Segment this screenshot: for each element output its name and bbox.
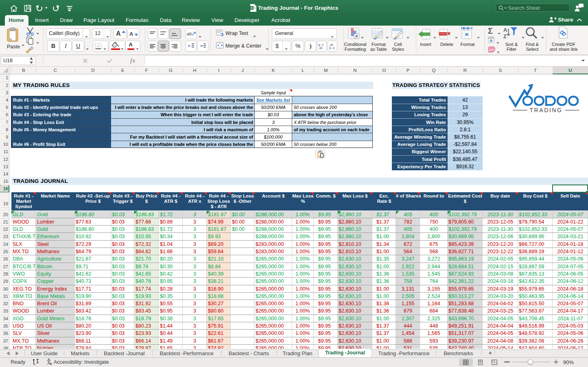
svg-text:.0: .0 <box>332 47 334 50</box>
svg-text:.00: .00 <box>319 47 323 50</box>
svg-text:.0: .0 <box>321 43 324 46</box>
svg-text:TRADING: TRADING <box>529 107 562 113</box>
svg-text:X: X <box>251 6 253 10</box>
svg-text:A: A <box>503 27 507 33</box>
svg-text:Z: Z <box>503 33 507 39</box>
svg-text:≠: ≠ <box>355 33 358 39</box>
svg-text:.00: .00 <box>329 43 333 46</box>
